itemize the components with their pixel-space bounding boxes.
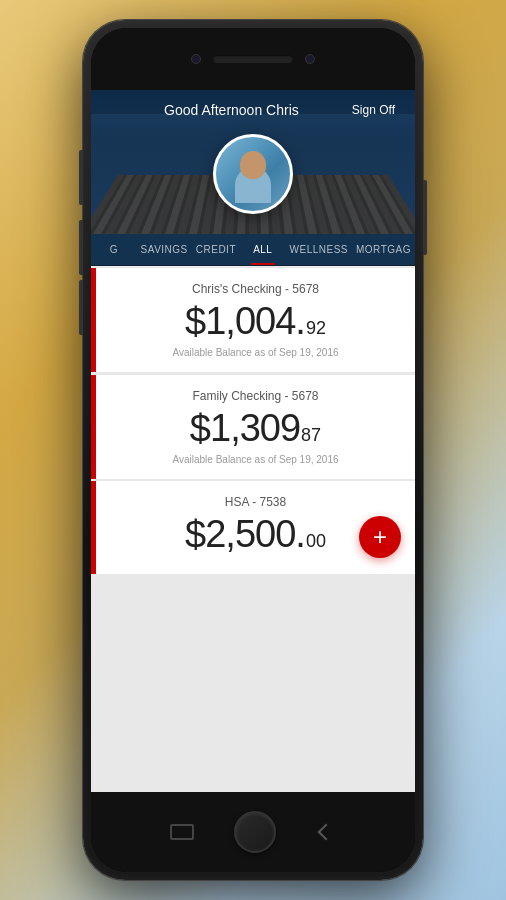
tab-wellness[interactable]: WELLNESS [286,234,352,265]
front-camera [191,54,201,64]
account-card-checking[interactable]: Chris's Checking - 5678 $1,004. 92 Avail… [91,268,415,372]
sensor [305,54,315,64]
balance-cents-3: 00 [306,531,326,552]
plus-icon: + [373,525,387,549]
account-balance-2: $1,309 87 [116,407,395,450]
balance-main-2: $1,309 [190,407,300,450]
account-name-3: HSA - 7538 [116,495,395,509]
recent-apps-button[interactable] [170,824,194,840]
account-card-family[interactable]: Family Checking - 5678 $1,309 87 Availab… [91,375,415,479]
balance-main-3: $2,500. [185,513,305,556]
tab-g[interactable]: G [91,234,137,265]
phone-screen: Good Afternoon Chris Sign Off G SAVINGS … [91,28,415,872]
bottom-bezel [91,792,415,872]
speaker [213,55,293,63]
top-bezel [91,28,415,90]
app-header: Good Afternoon Chris Sign Off [91,90,415,234]
tab-all[interactable]: ALL [240,234,286,265]
balance-main-1: $1,004. [185,300,305,343]
add-account-button[interactable]: + [359,516,401,558]
account-name-1: Chris's Checking - 5678 [116,282,395,296]
tab-mortgage[interactable]: MORTGAG [352,234,415,265]
balance-cents-2: 87 [301,425,321,446]
header-top: Good Afternoon Chris Sign Off [91,90,415,126]
balance-cents-1: 92 [306,318,326,339]
greeting-text: Good Afternoon Chris [161,102,302,118]
tab-credit[interactable]: CREDIT [192,234,240,265]
accounts-list: Chris's Checking - 5678 $1,004. 92 Avail… [91,266,415,792]
phone-device: Good Afternoon Chris Sign Off G SAVINGS … [83,20,423,880]
last-card-wrapper: HSA - 7538 $2,500. 00 + [91,481,415,574]
app-screen: Good Afternoon Chris Sign Off G SAVINGS … [91,90,415,792]
account-balance-1: $1,004. 92 [116,300,395,343]
account-note-1: Available Balance as of Sep 19, 2016 [116,347,395,358]
back-button[interactable] [316,822,336,842]
tab-savings[interactable]: SAVINGS [137,234,192,265]
sign-off-button[interactable]: Sign Off [352,103,395,117]
account-name-2: Family Checking - 5678 [116,389,395,403]
user-avatar [213,134,293,214]
home-button[interactable] [234,811,276,853]
account-note-2: Available Balance as of Sep 19, 2016 [116,454,395,465]
nav-tabs: G SAVINGS CREDIT ALL WELLNESS MORTGAG [91,234,415,266]
account-balance-3: $2,500. 00 [116,513,395,556]
avatar-container [91,126,415,234]
